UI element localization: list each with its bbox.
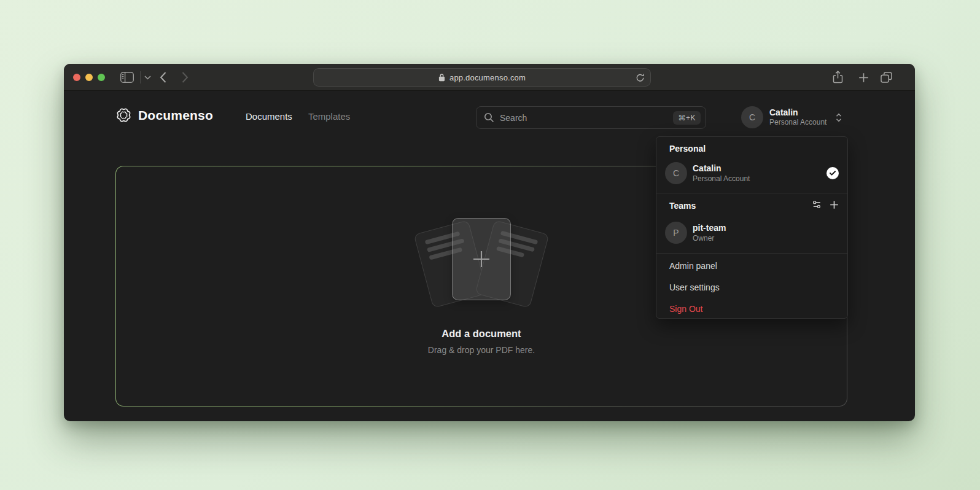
window-minimize-button[interactable] <box>85 74 93 81</box>
personal-section-heading: Personal <box>669 144 706 154</box>
brand[interactable]: Documenso <box>115 107 213 123</box>
share-icon[interactable] <box>833 71 843 84</box>
avatar: C <box>741 106 763 128</box>
nav-templates[interactable]: Templates <box>308 111 350 122</box>
menu-items: Admin panel User settings Sign Out <box>656 255 847 320</box>
account-menu-button[interactable]: C Catalin Personal Account <box>741 106 842 128</box>
documenso-logo-icon <box>115 107 132 123</box>
brand-name: Documenso <box>138 108 213 123</box>
team-item[interactable]: P pit-team Owner <box>665 219 839 246</box>
reload-icon[interactable] <box>636 73 645 82</box>
main-nav: Documents Templates <box>246 111 350 122</box>
nav-documents[interactable]: Documents <box>246 111 292 122</box>
window-zoom-button[interactable] <box>98 74 105 81</box>
address-bar[interactable]: app.documenso.com <box>313 68 651 87</box>
url-text: app.documenso.com <box>449 73 526 82</box>
menu-divider <box>656 193 847 193</box>
window-close-button[interactable] <box>73 74 80 81</box>
personal-account-name: Catalin <box>693 163 750 174</box>
browser-window: app.documenso.com <box>64 64 915 421</box>
toolbar-divider <box>140 71 141 84</box>
chevron-up-down-icon <box>835 112 842 123</box>
menu-divider <box>656 253 847 254</box>
back-button[interactable] <box>160 72 166 83</box>
plus-icon <box>469 246 494 272</box>
new-tab-icon[interactable] <box>858 72 869 83</box>
account-subtitle: Personal Account <box>769 118 826 127</box>
create-team-icon[interactable] <box>830 200 839 209</box>
manage-teams-icon[interactable] <box>812 200 822 209</box>
browser-toolbar: app.documenso.com <box>64 64 915 91</box>
chevron-down-icon[interactable] <box>144 76 151 80</box>
personal-account-item[interactable]: C Catalin Personal Account <box>665 160 839 187</box>
avatar: C <box>665 162 687 184</box>
search-input[interactable]: Search ⌘+K <box>476 106 706 129</box>
teams-section-heading: Teams <box>669 201 696 211</box>
forward-button[interactable] <box>182 72 189 83</box>
dropzone-subtitle: Drag & drop your PDF here. <box>428 345 535 355</box>
team-role: Owner <box>693 233 726 243</box>
menu-item-admin-panel[interactable]: Admin panel <box>656 255 847 277</box>
menu-item-user-settings[interactable]: User settings <box>656 277 847 298</box>
account-name: Catalin <box>769 107 826 118</box>
add-document-card[interactable] <box>452 218 511 300</box>
team-avatar: P <box>665 222 687 244</box>
team-name: pit-team <box>693 223 726 233</box>
selected-check-icon <box>826 167 839 179</box>
documents-illustration <box>408 217 555 311</box>
dropzone-title: Add a document <box>441 328 521 340</box>
menu-item-sign-out[interactable]: Sign Out <box>656 298 847 320</box>
search-shortcut-badge: ⌘+K <box>673 111 701 125</box>
search-icon <box>484 112 494 123</box>
sidebar-toggle-icon[interactable] <box>120 72 134 83</box>
personal-account-subtitle: Personal Account <box>693 174 750 184</box>
account-dropdown-menu: Personal C Catalin Personal Account Team… <box>656 136 848 319</box>
lock-icon <box>438 73 445 82</box>
search-placeholder: Search <box>500 113 667 123</box>
tab-overview-icon[interactable] <box>881 72 892 83</box>
